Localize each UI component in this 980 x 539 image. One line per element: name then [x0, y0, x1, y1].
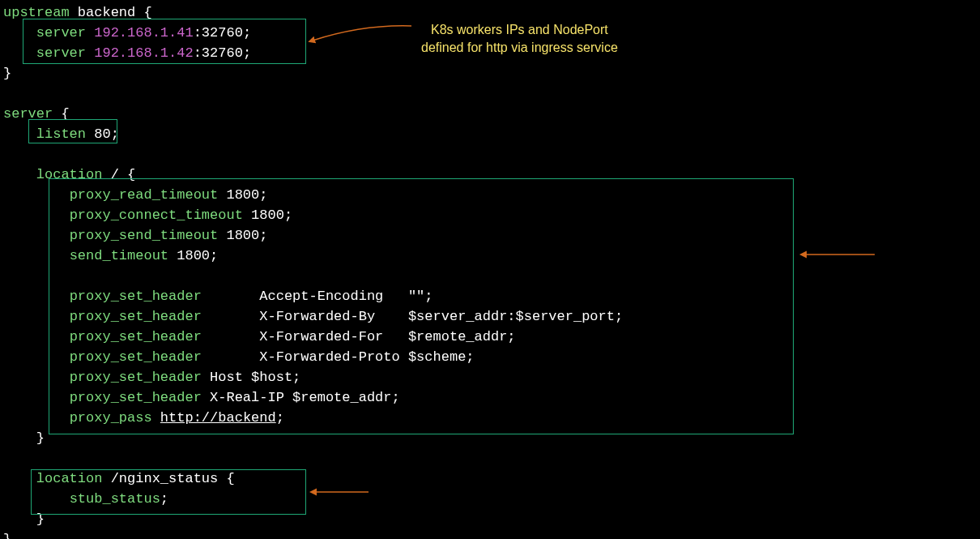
arrow-to-location-root — [798, 243, 879, 267]
keyword-server: server — [36, 45, 86, 61]
annotation-line2: defined for http via ingress service — [421, 41, 618, 54]
location-path: / — [111, 167, 119, 182]
location-status-path: /nginx_status — [111, 471, 219, 486]
proxy-pass-url: http://backend — [160, 410, 276, 426]
keyword-location: location — [36, 471, 103, 486]
directive-proxy-set-header: proxy_set_header — [70, 329, 202, 344]
directive-proxy-set-header: proxy_set_header — [70, 349, 202, 365]
directive-proxy-set-header: proxy_set_header — [70, 289, 202, 304]
directive-proxy-set-header: proxy_set_header — [70, 309, 202, 324]
directive-proxy-set-header: proxy_set_header — [70, 370, 202, 385]
server1-ip: 192.168.1.41 — [94, 25, 193, 41]
annotation-text: K8s workers IPs and NodePort defined for… — [421, 21, 618, 57]
keyword-location: location — [36, 167, 103, 182]
server2-port: :32760 — [194, 45, 243, 61]
server2-ip: 192.168.1.42 — [94, 45, 193, 61]
upstream-name: backend — [78, 5, 135, 20]
directive-proxy-read-timeout: proxy_read_timeout — [70, 187, 219, 203]
keyword-server: server — [36, 25, 86, 41]
nginx-config-code: upstream backend { server 192.168.1.41:3… — [3, 2, 623, 539]
listen-value: 80 — [94, 126, 110, 142]
keyword-listen: listen — [36, 126, 86, 142]
directive-proxy-set-header: proxy_set_header — [70, 390, 202, 405]
directive-send-timeout: send_timeout — [70, 248, 168, 263]
directive-proxy-send-timeout: proxy_send_timeout — [70, 228, 219, 243]
keyword-upstream: upstream — [3, 5, 70, 20]
directive-proxy-pass: proxy_pass — [70, 410, 152, 426]
annotation-line1: K8s workers IPs and NodePort — [431, 23, 608, 36]
server1-port: :32760 — [194, 25, 243, 41]
keyword-server-block: server — [3, 106, 53, 122]
directive-proxy-connect-timeout: proxy_connect_timeout — [70, 207, 243, 223]
directive-stub-status: stub_status — [70, 491, 160, 507]
